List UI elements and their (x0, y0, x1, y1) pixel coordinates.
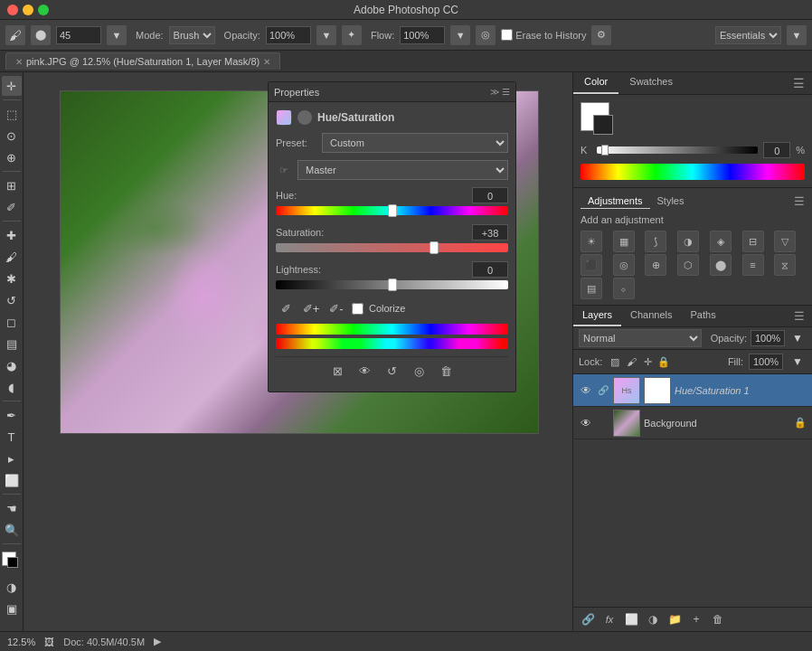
tab-swatches[interactable]: Swatches (618, 72, 684, 94)
k-slider-thumb[interactable] (601, 145, 609, 156)
maximize-button[interactable] (38, 5, 49, 15)
lightness-slider-track[interactable] (276, 280, 508, 289)
close-button[interactable] (7, 5, 18, 15)
brush-picker-icon[interactable]: ▼ (107, 25, 127, 45)
vibrance-icon[interactable]: ◈ (710, 231, 732, 252)
flow-dropdown-icon[interactable]: ▼ (450, 25, 470, 45)
blend-mode-select[interactable]: Normal (579, 329, 702, 347)
tab-styles[interactable]: Styles (650, 193, 692, 209)
color-spectrum-bar[interactable] (581, 164, 805, 180)
preset-select[interactable]: Custom (322, 133, 508, 153)
path-select-tool[interactable]: ▸ (2, 448, 22, 468)
reset-button[interactable]: ↺ (382, 361, 402, 381)
channel-mixer-icon[interactable]: ⊕ (645, 254, 666, 276)
layer-mask-btn[interactable]: ⬜ (622, 610, 640, 628)
opacity-input[interactable]: 100% (266, 26, 311, 44)
panel-expand-icon[interactable]: ≫ (490, 87, 499, 97)
levels-icon[interactable]: ▦ (613, 231, 635, 252)
healing-tool[interactable]: ✚ (2, 225, 22, 245)
lightness-slider-thumb[interactable] (388, 278, 397, 291)
k-slider-track[interactable] (597, 146, 758, 154)
brightness-contrast-icon[interactable]: ☀ (581, 231, 602, 252)
panel-menu-icon[interactable]: ☰ (502, 87, 510, 97)
bg-color[interactable] (7, 557, 18, 568)
layer-link-btn[interactable]: 🔗 (579, 610, 597, 628)
layer-item-background[interactable]: 👁 Background 🔒 (573, 407, 812, 439)
document-tab[interactable]: ✕ pink.JPG @ 12.5% (Hue/Saturation 1, La… (5, 52, 280, 70)
saturation-slider-track[interactable] (276, 243, 508, 252)
mode-select[interactable]: Brush (169, 26, 215, 44)
pen-tool[interactable]: ✒ (2, 405, 22, 425)
posterize-icon[interactable]: ≡ (742, 254, 764, 276)
tab-layers[interactable]: Layers (573, 306, 621, 326)
saturation-value[interactable]: +38 (472, 224, 508, 241)
fill-value-input[interactable]: 100% (749, 354, 783, 370)
foreground-color-swatch[interactable] (2, 552, 22, 571)
eyedropper-button[interactable]: ✐ (276, 298, 296, 318)
brush-tool[interactable]: 🖌 (2, 247, 22, 267)
layer-visibility-hue-sat[interactable]: 👁 (579, 383, 593, 398)
status-nav-icon[interactable]: ▶ (154, 636, 161, 647)
hue-slider-track[interactable] (276, 206, 508, 215)
hue-slider-thumb[interactable] (388, 204, 397, 217)
history-brush-tool[interactable]: ↺ (2, 290, 22, 310)
saturation-slider-thumb[interactable] (430, 241, 439, 254)
colorize-checkbox[interactable] (352, 303, 364, 315)
adjustments-menu[interactable]: ☰ (794, 194, 805, 208)
layer-delete-btn[interactable]: 🗑 (709, 610, 727, 628)
lock-transparent-button[interactable]: ▨ (608, 354, 622, 369)
zoom-tool[interactable]: 🔍 (2, 520, 22, 540)
photo-filter-icon[interactable]: ◎ (613, 254, 635, 276)
airbrush-icon[interactable]: ✦ (342, 25, 362, 45)
brush-size-input[interactable]: 45 (56, 26, 101, 44)
settings-icon[interactable]: ⚙ (591, 25, 611, 45)
crop-tool[interactable]: ⊞ (2, 175, 22, 195)
fill-dropdown-icon[interactable]: ▼ (788, 353, 807, 371)
color-lookup-icon[interactable]: ⬡ (677, 254, 699, 276)
tab-close-icon[interactable]: ✕ (15, 57, 23, 67)
quick-mask-icon[interactable]: ◑ (2, 577, 22, 597)
tab-color[interactable]: Color (573, 72, 618, 94)
brush-size-icon[interactable]: ⬤ (31, 25, 51, 45)
visibility-button[interactable]: ◎ (410, 361, 430, 381)
previous-state-button[interactable]: 👁 (355, 361, 375, 381)
exposure-icon[interactable]: ◑ (677, 231, 699, 252)
layer-adjustment-btn[interactable]: ◑ (644, 610, 662, 628)
flow-input[interactable]: 100% (400, 26, 445, 44)
tab-channels[interactable]: Channels (621, 306, 681, 326)
panel-controls[interactable]: ≫ ☰ (490, 87, 510, 97)
lasso-tool[interactable]: ⊙ (2, 126, 22, 146)
text-tool[interactable]: T (2, 427, 22, 447)
gradient-map-icon[interactable]: ▤ (581, 278, 602, 299)
color-balance-icon[interactable]: ▽ (774, 231, 796, 252)
move-tool[interactable]: ✛ (2, 76, 22, 96)
eyedropper-tool[interactable]: ✐ (2, 197, 22, 217)
opacity-dropdown-icon[interactable]: ▼ (788, 329, 807, 347)
subtract-eyedropper-button[interactable]: ✐- (326, 298, 346, 318)
dodge-tool[interactable]: ◖ (2, 377, 22, 397)
lightness-value[interactable]: 0 (472, 261, 508, 278)
layer-item-hue-sat[interactable]: 👁 🔗 Hs Hue/Saturation 1 (573, 374, 812, 407)
hue-value[interactable]: 0 (472, 187, 508, 203)
channel-select[interactable]: Master (297, 160, 508, 180)
add-eyedropper-button[interactable]: ✐+ (301, 298, 321, 318)
opacity-dropdown-icon[interactable]: ▼ (316, 25, 336, 45)
screen-mode-icon[interactable]: ▣ (2, 599, 22, 618)
layers-menu[interactable]: ☰ (787, 306, 812, 326)
shape-tool[interactable]: ⬜ (2, 470, 22, 490)
layer-group-btn[interactable]: 📁 (666, 610, 684, 628)
workspace-search-icon[interactable]: ▼ (787, 25, 807, 45)
tab-close-btn[interactable]: ✕ (263, 57, 270, 67)
minimize-button[interactable] (23, 5, 33, 15)
tab-adjustments[interactable]: Adjustments (581, 193, 650, 209)
gradient-tool[interactable]: ▤ (2, 334, 22, 354)
delete-button[interactable]: 🗑 (437, 361, 457, 381)
opacity-value-input[interactable]: 100% (751, 330, 785, 346)
clip-to-layer-button[interactable]: ⊠ (328, 361, 348, 381)
bw-icon[interactable]: ⬛ (581, 254, 602, 276)
window-controls[interactable] (7, 5, 49, 15)
erase-to-history-label[interactable]: Erase to History (501, 29, 586, 41)
tab-paths[interactable]: Paths (682, 306, 725, 326)
brush-tool-icon[interactable]: 🖌 (5, 25, 25, 45)
quick-select-tool[interactable]: ⊕ (2, 147, 22, 167)
